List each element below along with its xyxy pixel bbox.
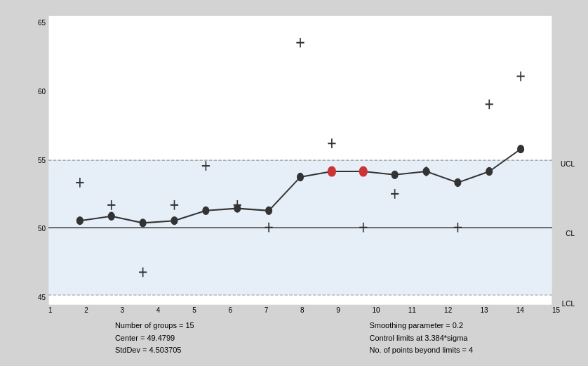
stats-right: Smoothing parameter = 0.2Control limits … — [369, 320, 473, 357]
plot-wrapper: 6560555045 — [27, 15, 575, 305]
x-ticks: 123456789101112131415 — [48, 305, 552, 314]
y-tick: 65 — [38, 19, 48, 27]
svg-point-36 — [108, 212, 114, 220]
stats-area: Number of groups = 15Center = 49.4799Std… — [13, 320, 575, 357]
svg-point-47 — [455, 178, 461, 186]
stat-item: Number of groups = 15 — [115, 320, 194, 332]
right-labels: UCL CL LCL — [552, 15, 575, 305]
stat-item: Center = 49.4799 — [115, 332, 194, 345]
y-tick: 45 — [38, 294, 48, 301]
svg-point-49 — [518, 145, 524, 153]
svg-point-38 — [171, 217, 178, 225]
svg-point-41 — [266, 207, 272, 214]
y-axis-label — [13, 15, 26, 315]
plot-svg — [48, 15, 552, 305]
chart-container: 6560555045 — [6, 6, 582, 360]
ucl-label: UCL — [561, 160, 575, 168]
svg-point-44 — [359, 166, 367, 176]
x-axis-area: 123456789101112131415 — [48, 305, 575, 314]
svg-point-43 — [328, 166, 335, 176]
lcl-label: LCL — [562, 300, 575, 308]
chart-area: 6560555045 — [13, 15, 575, 315]
cl-label: CL — [566, 230, 575, 237]
svg-point-37 — [140, 219, 146, 227]
y-tick: 60 — [38, 88, 48, 96]
stat-item: Control limits at 3.384*sigma — [369, 332, 473, 345]
stat-item: StdDev = 4.503705 — [115, 344, 194, 357]
y-tick: 55 — [38, 157, 48, 164]
stat-item: No. of points beyond limits = 4 — [369, 344, 473, 357]
svg-point-39 — [203, 207, 209, 214]
stat-item: Smoothing parameter = 0.2 — [369, 320, 473, 332]
svg-point-48 — [486, 168, 493, 176]
svg-point-40 — [234, 204, 241, 212]
y-tick: 50 — [38, 225, 48, 233]
svg-point-45 — [392, 171, 398, 178]
y-ticks: 6560555045 — [27, 15, 48, 305]
svg-point-46 — [423, 168, 429, 176]
svg-point-42 — [298, 174, 304, 181]
stats-left: Number of groups = 15Center = 49.4799Std… — [115, 320, 194, 357]
svg-point-35 — [76, 217, 83, 225]
plot-and-xaxis: 6560555045 — [27, 15, 575, 315]
